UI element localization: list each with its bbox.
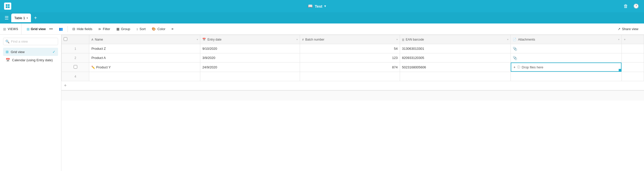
table-row: ✏️ Product Y 24/9/2020 874 5023168005606… [62,63,644,72]
row-3-date[interactable]: 24/9/2020 [200,63,300,72]
top-bar-left [4,3,11,10]
row-4-batch[interactable] [300,72,400,81]
row-1-attachment[interactable]: 📎 [511,44,622,53]
share-icon: ↗ [618,27,620,31]
views-label: VIEWS [8,27,18,31]
row-2-num: 2 [62,53,89,63]
drop-info-icon: ⓘ [517,65,520,69]
date-col-type-icon: 📅 [202,38,206,41]
top-bar: 📖 Test ▾ 🗑 🕐 [0,0,644,12]
group-icon: ▦ [116,27,119,31]
project-name: Test [315,4,323,8]
col-header-attachments[interactable]: 📄 Attachments ▾ [511,35,622,44]
row-2-batch[interactable]: 123 [300,53,400,63]
hide-fields-button[interactable]: ⊟ Hide fields [70,26,95,32]
row-2-attachment[interactable]: 📎 [511,53,622,63]
active-check-icon: ✓ [52,50,55,54]
name-col-label: Name [95,38,103,41]
hamburger-button[interactable]: ☰ [3,14,10,22]
row-2-name[interactable]: Product A [89,53,200,63]
color-icon: 🎨 [152,27,156,31]
row-3-ean[interactable]: 5023168005606 [400,63,511,72]
row-3-name[interactable]: ✏️ Product Y [89,63,200,72]
row-2-ean[interactable]: 820933120305 [400,53,511,63]
add-row-button[interactable]: + [61,81,644,90]
people-button[interactable]: 👥 [56,26,65,32]
trash-button[interactable]: 🗑 [623,3,629,10]
row-3-batch[interactable]: 874 [300,63,400,72]
date-col-dropdown: ▾ [296,38,298,41]
group-button[interactable]: ▦ Group [114,26,133,32]
view-search-box[interactable]: 🔍 Find a view [3,38,58,45]
attachment-clip-icon-1: 📎 [513,47,517,51]
row-4-date[interactable] [200,72,300,81]
history-button[interactable]: 🕐 [632,2,640,10]
sort-icon: ↕ [136,27,138,31]
row-height-button[interactable]: ≡ [169,26,176,32]
hide-fields-label: Hide fields [77,27,92,31]
sidebar-grid-label: Grid view [11,50,25,54]
sort-button[interactable]: ↕ Sort [134,26,148,32]
ean-col-type-icon: ||| [402,38,404,41]
row-4-ean[interactable] [400,72,511,81]
row-1-extra [622,44,644,53]
row-4-attach[interactable] [511,72,622,81]
ean-col-dropdown: ▾ [507,38,508,41]
row-3-checkbox[interactable] [74,65,77,69]
add-row-icon: + [64,83,67,88]
filter-button[interactable]: ⊳ Filter [96,26,113,32]
add-col-header[interactable]: + [622,35,644,44]
row-1-batch[interactable]: 54 [300,44,400,53]
search-placeholder: Find a view [11,40,28,43]
sidebar-item-grid[interactable]: ⊞ Grid view ✓ [3,48,58,56]
col-header-entry-date[interactable]: 📅 Entry date ▾ [200,35,300,44]
row-4-name[interactable] [89,72,200,81]
svg-rect-1 [8,4,10,6]
col-header-name[interactable]: A Name ▾ [89,35,200,44]
col-header-ean[interactable]: ||| EAN barcode ▾ [400,35,511,44]
project-title-area: 📖 Test ▾ [308,4,326,8]
main-content: 🔍 Find a view ⊞ Grid view ✓ 📅 Calendar (… [0,35,644,171]
table-tab-label: Table 1 [14,16,25,20]
toolbar: ⊞ VIEWS ⊞ Grid view ••• 👥 ⊟ Hide fields … [0,23,644,35]
data-table: A Name ▾ 📅 Entry date ▾ [61,35,644,81]
sidebar-item-calendar[interactable]: 📅 Calendar (using Entry date) [3,56,58,64]
sort-label: Sort [140,27,146,31]
search-icon: 🔍 [5,40,9,43]
drop-files-cell[interactable]: + ⓘ Drop files here [511,63,621,72]
app-logo[interactable] [4,3,11,10]
drop-resize-handle[interactable] [619,69,621,71]
row-1-name[interactable]: Product Z [89,44,200,53]
row-1-ean[interactable]: 313063013301 [400,44,511,53]
people-icon: 👥 [59,27,63,31]
row-3-checkbox-cell[interactable] [62,63,89,72]
more-options-icon: ••• [49,27,53,31]
grid-view-icon-toolbar: ⊞ [27,27,30,31]
project-dropdown-icon[interactable]: ▾ [324,4,326,8]
table-row-empty: 4 [62,72,644,81]
tab-dropdown-icon: ▾ [27,17,28,19]
top-bar-right: 🗑 🕐 [623,2,640,10]
tab-bar: ☰ Table 1 ▾ + [0,12,644,23]
select-all-checkbox[interactable] [64,37,67,41]
table-area: A Name ▾ 📅 Entry date ▾ [61,35,644,171]
toolbar-divider-1 [68,26,68,32]
views-sidebar-icon: ⊞ [3,27,6,31]
more-options-button[interactable]: ••• [47,26,55,32]
row-height-icon: ≡ [172,27,174,31]
table-tab[interactable]: Table 1 ▾ [11,14,31,22]
row-1-date[interactable]: 9/10/2020 [200,44,300,53]
share-view-button[interactable]: ↗ Share view [615,26,641,32]
col-header-batch[interactable]: # Batch number ▾ [300,35,400,44]
table-bottom-area [61,90,644,101]
add-table-icon: + [34,15,37,21]
calendar-view-icon: 📅 [6,58,10,62]
attach-col-type-icon: 📄 [513,38,516,41]
add-table-button[interactable]: + [32,14,39,22]
row-2-date[interactable]: 3/9/2020 [200,53,300,63]
color-button[interactable]: 🎨 Color [149,26,168,32]
row-1-num: 1 [62,44,89,53]
filter-label: Filter [103,27,110,31]
row-3-edit-icon[interactable]: ✏️ [91,66,95,69]
row-4-num: 4 [62,72,89,81]
